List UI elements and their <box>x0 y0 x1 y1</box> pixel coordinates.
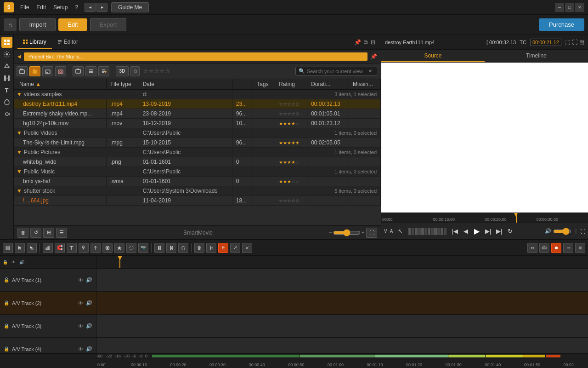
tl-track-btn[interactable] <box>3 243 13 253</box>
close-button[interactable]: ✕ <box>575 3 584 12</box>
refresh-btn[interactable]: ↺ <box>30 228 41 238</box>
track-3-content[interactable] <box>96 315 588 337</box>
tl-region-btn[interactable] <box>178 243 188 253</box>
export-frame-icon[interactable]: ⬚ <box>565 39 570 46</box>
list-view-btn[interactable] <box>85 66 96 76</box>
folder-orange-btn[interactable] <box>29 66 40 76</box>
sort-btn[interactable] <box>98 66 109 76</box>
col-filetype[interactable]: File type <box>107 79 139 90</box>
track-2-lock-icon[interactable]: 🔒 <box>4 300 9 305</box>
back-button[interactable]: ◂ <box>85 3 96 12</box>
tl-multi-select-btn[interactable] <box>27 243 37 253</box>
col-rating[interactable]: Rating <box>275 79 307 90</box>
folder-row-public-videos[interactable]: ▼Public Videos C:\Users\Public 1 items, … <box>14 128 381 138</box>
window-icon[interactable]: ⊡ <box>371 39 375 46</box>
tl-extra2-btn[interactable] <box>539 243 549 253</box>
tl-extra4-btn[interactable] <box>563 243 573 253</box>
menu-file[interactable]: File <box>17 3 32 12</box>
track-1-vol-icon[interactable]: 🔊 <box>86 277 92 283</box>
sidebar-text-icon[interactable]: T <box>1 85 12 96</box>
track-1-lock-icon[interactable]: 🔓 <box>4 277 9 282</box>
tl-extra5-btn[interactable] <box>575 243 585 253</box>
folder-row-public-pictures[interactable]: ▼Public Pictures C:\Users\Public 1 items… <box>14 148 381 157</box>
table-row[interactable]: The-Sky-is-the-Limit.mpg .mpg 15-10-2015… <box>14 138 381 148</box>
forward-button[interactable]: ▸ <box>96 3 107 12</box>
col-tags[interactable]: Tags <box>253 79 275 90</box>
purchase-button[interactable]: Purchase <box>539 18 584 31</box>
grid-view-btn[interactable]: ⊞ <box>43 228 54 238</box>
search-clear-btn[interactable]: ✕ <box>368 69 372 74</box>
sidebar-audio-icon[interactable] <box>1 109 12 120</box>
more-icon[interactable]: ▤ <box>579 39 584 46</box>
maximize-button[interactable]: □ <box>565 3 574 12</box>
col-duration[interactable]: Durati... <box>307 79 349 90</box>
skip-end-btn[interactable]: ▶| <box>494 227 503 236</box>
tl-delete-btn[interactable]: 🗑 <box>194 243 204 253</box>
3d-toggle-btn[interactable]: 3D <box>116 66 129 76</box>
col-name[interactable]: Name ▲ <box>14 79 107 90</box>
cursor-tool[interactable]: ↖ <box>396 227 405 236</box>
prev-frame-btn[interactable]: ◀ <box>461 227 470 236</box>
tl-marker-left-btn[interactable] <box>154 243 164 253</box>
folder-row-public-music[interactable]: ▼Public Music C:\Users\Public 1 items, 0… <box>14 167 381 177</box>
tab-library[interactable]: Library <box>17 36 52 49</box>
zoom-slider[interactable] <box>333 229 361 236</box>
project-bin-label[interactable]: Project Bin: The Sky is... <box>24 52 368 61</box>
delete-btn[interactable]: 🗑 <box>17 228 28 238</box>
import-folder-btn[interactable] <box>17 66 28 76</box>
track-2-eye-icon[interactable]: 👁 <box>78 300 83 306</box>
music-folder-btn[interactable] <box>42 66 53 76</box>
add-media-btn[interactable] <box>73 66 84 76</box>
col-missing[interactable]: Missin... <box>349 79 381 90</box>
tl-select-btn[interactable] <box>15 243 25 253</box>
home-button[interactable]: ⌂ <box>4 18 17 31</box>
fullscreen-btn[interactable]: ⛶ <box>366 228 377 238</box>
sidebar-transitions-icon[interactable] <box>1 73 12 84</box>
table-row[interactable]: hg10 24p-10k.mov .mov 18-12-2019 10... ★… <box>14 119 381 128</box>
track-4-content[interactable] <box>96 338 588 353</box>
loop-btn[interactable]: ↻ <box>505 227 514 236</box>
tl-split-btn[interactable] <box>90 243 101 253</box>
sidebar-library-icon[interactable] <box>1 37 12 48</box>
tab-timeline[interactable]: Timeline <box>485 50 588 62</box>
3d-mode-btn[interactable]: ⧉ <box>130 66 140 76</box>
track-2-vol-icon[interactable]: 🔊 <box>86 300 92 306</box>
play-btn[interactable]: ▶ <box>472 227 481 236</box>
volume-icon[interactable]: 🔊 <box>545 228 551 234</box>
tl-camera-btn[interactable]: 📷 <box>138 243 148 253</box>
volume-slider[interactable] <box>553 228 571 235</box>
tl-audio-btn[interactable]: 🎙 <box>79 243 89 253</box>
menu-help[interactable]: ? <box>72 3 81 12</box>
tl-effect-btn[interactable] <box>114 243 124 253</box>
sidebar-effects-icon[interactable] <box>1 61 12 72</box>
edit-button[interactable]: Edit <box>58 18 87 31</box>
tl-marker-right-btn[interactable] <box>166 243 176 253</box>
folder-row-videos[interactable]: ▼videos samples d: 3 items, 1 selected <box>14 90 381 99</box>
minimize-button[interactable]: ─ <box>555 3 564 12</box>
track-3-eye-icon[interactable]: 👁 <box>78 323 83 329</box>
menu-setup[interactable]: Setup <box>51 3 70 12</box>
track-1-content[interactable] <box>96 269 588 291</box>
tl-transition-btn[interactable] <box>126 243 136 253</box>
tl-snap-btn[interactable]: 🧲 <box>55 243 65 253</box>
tab-editor[interactable]: Editor <box>52 36 84 49</box>
track-3-vol-icon[interactable]: 🔊 <box>86 323 92 329</box>
track-4-vol-icon[interactable]: 🔊 <box>86 346 92 352</box>
track-4-eye-icon[interactable]: 👁 <box>78 346 83 352</box>
col-date[interactable]: Date <box>139 79 232 90</box>
fullscreen-prev-btn[interactable]: ⛶ <box>580 229 585 234</box>
tl-extra1-btn[interactable]: ⇔ <box>527 243 537 253</box>
photo-folder-btn[interactable] <box>55 66 66 76</box>
next-frame-btn[interactable]: ▶| <box>483 227 492 236</box>
guide-me-button[interactable]: Guide Me <box>111 2 149 12</box>
tl-something-btn[interactable] <box>230 243 240 253</box>
sidebar-settings-icon[interactable] <box>1 49 12 60</box>
track-3-lock-icon[interactable]: 🔒 <box>4 323 9 328</box>
fullscreen-icon[interactable]: ⛶ <box>572 39 577 46</box>
track-1-eye-icon[interactable]: 👁 <box>78 277 83 283</box>
table-row[interactable]: ! ...664.jpg 11-04-2019 18... ☆☆☆☆☆ <box>14 196 381 206</box>
tl-text-btn[interactable]: T <box>67 243 77 253</box>
pin-icon[interactable]: 📌 <box>354 39 361 46</box>
table-row[interactable]: whitebg_wide .png 01-01-1601 0 ★★★★☆ <box>14 157 381 167</box>
skip-start-btn[interactable]: |◀ <box>450 227 459 236</box>
